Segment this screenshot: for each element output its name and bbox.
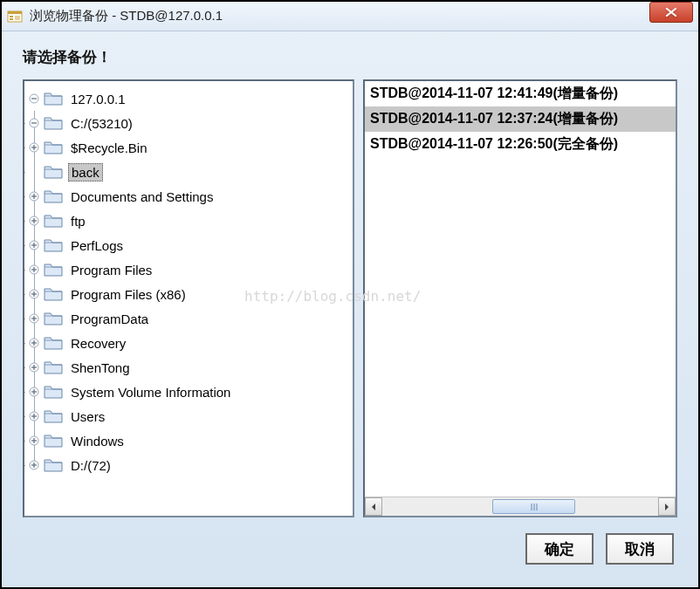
tree-item-label: Windows: [68, 433, 127, 449]
scroll-thumb-grip-icon: [531, 503, 537, 510]
backup-list-panel: STDB@2014-11-07 12:41:49(增量备份)STDB@2014-…: [363, 79, 677, 517]
scroll-track[interactable]: [382, 497, 658, 516]
button-bar: 确定 取消: [23, 526, 677, 572]
folder-icon: [44, 360, 63, 375]
tree-item[interactable]: Windows: [28, 428, 349, 453]
tree-item[interactable]: Program Files (x86): [28, 282, 349, 306]
tree-toggle-collapsed-icon[interactable]: [28, 141, 40, 154]
tree-item[interactable]: back: [28, 160, 349, 184]
tree-item-label: ftp: [68, 213, 88, 229]
folder-icon: [44, 164, 63, 180]
tree-item[interactable]: ftp: [28, 209, 349, 233]
folder-icon: [44, 286, 63, 302]
tree-item[interactable]: D:/(72): [28, 453, 349, 477]
svg-rect-4: [15, 16, 20, 20]
tree-item-label: Users: [68, 408, 107, 425]
folder-icon: [44, 262, 63, 277]
tree-toggle-collapsed-icon[interactable]: [28, 459, 40, 471]
svg-rect-2: [10, 16, 13, 17]
tree-toggle-collapsed-icon[interactable]: [28, 239, 40, 251]
tree-item[interactable]: Users: [28, 404, 349, 428]
tree-item[interactable]: ProgramData: [28, 306, 349, 331]
tree-item[interactable]: Recovery: [28, 331, 349, 355]
tree-item[interactable]: $Recycle.Bin: [28, 135, 349, 160]
folder-icon: [44, 237, 63, 253]
close-icon: [665, 7, 677, 17]
folder-icon: [44, 91, 63, 106]
tree-item-label: Program Files (x86): [68, 286, 189, 303]
folder-icon: [44, 335, 63, 351]
folder-icon: [44, 140, 63, 155]
tree-toggle-collapsed-icon[interactable]: [28, 264, 40, 276]
folder-icon: [44, 408, 63, 424]
triangle-right-icon: [663, 503, 670, 511]
backup-list[interactable]: STDB@2014-11-07 12:41:49(增量备份)STDB@2014-…: [365, 81, 676, 497]
tree-item[interactable]: Documents and Settings: [28, 184, 349, 209]
folder-icon: [44, 433, 63, 449]
tree-toggle-collapsed-icon[interactable]: [28, 312, 40, 325]
tree-toggle-collapsed-icon[interactable]: [28, 435, 40, 447]
horizontal-scrollbar[interactable]: [365, 497, 676, 516]
tree-toggle-expanded-icon[interactable]: [28, 117, 40, 129]
cancel-button[interactable]: 取消: [606, 533, 674, 565]
tree-toggle-collapsed-icon[interactable]: [28, 215, 40, 227]
scroll-thumb[interactable]: [492, 499, 575, 514]
folder-icon: [44, 311, 63, 326]
tree-item[interactable]: System Volume Information: [28, 380, 349, 404]
tree-item-label: ProgramData: [68, 311, 151, 327]
panels: 127.0.0.1C:/(53210)$Recycle.BinbackDocum…: [23, 79, 677, 517]
tree-toggle-collapsed-icon[interactable]: [28, 386, 40, 398]
folder-tree-panel[interactable]: 127.0.0.1C:/(53210)$Recycle.BinbackDocum…: [23, 79, 354, 517]
tree-item[interactable]: ShenTong: [28, 355, 349, 380]
tree-item-label: PerfLogs: [68, 237, 126, 254]
tree-toggle-collapsed-icon[interactable]: [28, 410, 40, 422]
scroll-left-button[interactable]: [365, 497, 382, 516]
client-area: 请选择备份！ 127.0.0.1C:/(53210)$Recycle.Binba…: [2, 31, 698, 587]
tree-item-label: back: [68, 163, 103, 181]
backup-list-item[interactable]: STDB@2014-11-07 12:41:49(增量备份): [365, 81, 676, 106]
backup-list-item[interactable]: STDB@2014-11-07 12:37:24(增量备份): [365, 106, 676, 132]
tree-item[interactable]: PerfLogs: [28, 233, 349, 257]
tree-item-label: C:/(53210): [68, 115, 135, 132]
tree-item[interactable]: C:/(53210): [28, 111, 349, 135]
tree-item-label: System Volume Information: [68, 384, 233, 401]
backup-list-item[interactable]: STDB@2014-11-07 12:26:50(完全备份): [365, 132, 676, 157]
svg-rect-1: [8, 11, 22, 14]
tree-toggle-collapsed-icon[interactable]: [28, 361, 40, 373]
tree-toggle-collapsed-icon[interactable]: [28, 337, 40, 349]
folder-icon: [44, 213, 63, 229]
folder-icon: [44, 457, 63, 473]
folder-icon: [44, 115, 63, 131]
tree-item-label: D:/(72): [68, 457, 113, 474]
app-icon: [7, 9, 23, 24]
tree-item-label: Program Files: [68, 262, 154, 278]
window-title: 浏览物理备份 - STDB@127.0.0.1: [30, 8, 649, 24]
svg-rect-3: [10, 18, 13, 20]
tree-item-label: ShenTong: [68, 360, 133, 376]
folder-icon: [44, 384, 63, 400]
tree-item-label: 127.0.0.1: [68, 91, 128, 107]
dialog-window: 浏览物理备份 - STDB@127.0.0.1 请选择备份！ 127.0.0.1…: [0, 0, 700, 589]
close-button[interactable]: [649, 2, 693, 23]
tree-item[interactable]: 127.0.0.1: [28, 86, 349, 111]
folder-tree[interactable]: 127.0.0.1C:/(53210)$Recycle.BinbackDocum…: [28, 86, 349, 477]
prompt-label: 请选择备份！: [23, 47, 677, 67]
scroll-right-button[interactable]: [658, 497, 676, 516]
tree-toggle-expanded-icon[interactable]: [28, 92, 40, 105]
tree-item-label: $Recycle.Bin: [68, 140, 150, 156]
titlebar[interactable]: 浏览物理备份 - STDB@127.0.0.1: [2, 2, 698, 31]
tree-toggle-collapsed-icon[interactable]: [28, 190, 40, 202]
tree-toggle-collapsed-icon[interactable]: [28, 288, 40, 300]
tree-item[interactable]: Program Files: [28, 257, 349, 282]
tree-item-label: Recovery: [68, 335, 128, 352]
triangle-left-icon: [370, 503, 377, 511]
ok-button[interactable]: 确定: [525, 533, 594, 565]
folder-icon: [44, 188, 63, 204]
tree-item-label: Documents and Settings: [68, 188, 216, 205]
